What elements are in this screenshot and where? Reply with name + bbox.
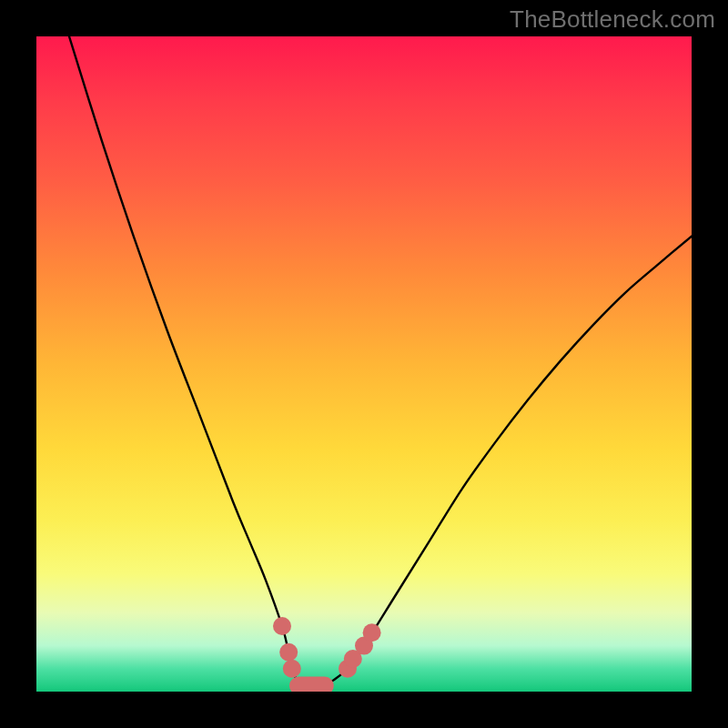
chart-frame: TheBottleneck.com <box>0 0 728 728</box>
marker-right-cluster <box>339 623 381 678</box>
marker-dot <box>273 617 291 635</box>
bottleneck-curve <box>69 36 692 687</box>
marker-dot <box>283 660 301 678</box>
watermark-text: TheBottleneck.com <box>510 5 715 34</box>
bottleneck-curve-svg <box>36 36 692 692</box>
marker-dot <box>279 643 298 662</box>
marker-dot <box>363 623 381 642</box>
plot-area <box>36 36 692 692</box>
marker-left-cluster <box>273 617 301 678</box>
